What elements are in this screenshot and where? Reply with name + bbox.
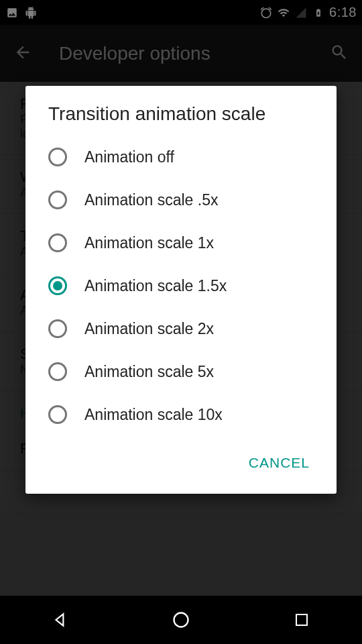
radio-icon <box>48 191 67 209</box>
radio-icon <box>48 148 67 166</box>
radio-icon <box>48 276 67 295</box>
radio-icon <box>48 405 67 424</box>
radio-label: Animation off <box>84 148 174 166</box>
radio-label: Animation scale 2x <box>84 320 214 338</box>
radio-option[interactable]: Animation scale .5x <box>25 178 337 221</box>
radio-option[interactable]: Animation scale 1.5x <box>25 264 337 307</box>
radio-label: Animation scale 5x <box>84 363 214 381</box>
dialog-actions: CANCEL <box>25 439 337 494</box>
radio-icon <box>48 233 67 252</box>
nav-back[interactable] <box>34 606 87 633</box>
radio-group: Animation offAnimation scale .5xAnimatio… <box>25 133 337 439</box>
radio-label: Animation scale .5x <box>84 191 218 209</box>
radio-icon <box>48 319 67 338</box>
radio-option[interactable]: Animation off <box>25 136 337 178</box>
svg-rect-1 <box>296 614 307 625</box>
nav-home[interactable] <box>154 606 208 633</box>
radio-label: Animation scale 10x <box>84 406 223 424</box>
svg-point-0 <box>174 613 188 627</box>
cancel-button[interactable]: CANCEL <box>241 448 318 478</box>
radio-option[interactable]: Animation scale 1x <box>25 221 337 264</box>
nav-recent[interactable] <box>275 606 328 633</box>
animation-scale-dialog: Transition animation scale Animation off… <box>25 86 337 494</box>
radio-icon <box>48 362 67 381</box>
radio-label: Animation scale 1.5x <box>84 277 227 295</box>
radio-option[interactable]: Animation scale 5x <box>25 350 337 393</box>
radio-option[interactable]: Animation scale 2x <box>25 307 337 350</box>
radio-label: Animation scale 1x <box>84 234 214 252</box>
dialog-title: Transition animation scale <box>25 103 337 133</box>
nav-bar <box>0 596 362 644</box>
radio-option[interactable]: Animation scale 10x <box>25 393 337 436</box>
